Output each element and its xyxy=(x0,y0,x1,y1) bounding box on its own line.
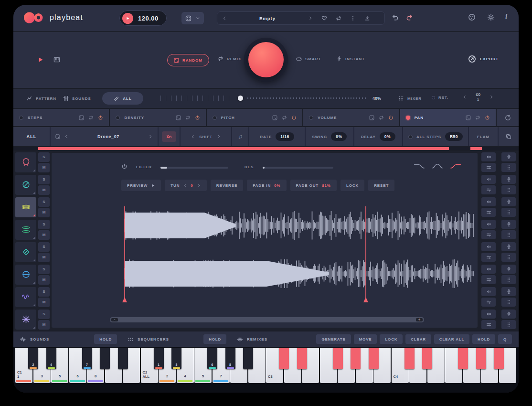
redo-button[interactable] xyxy=(406,14,413,21)
tune-value[interactable]: 0 xyxy=(191,183,193,188)
fade-in-button[interactable]: FADE IN 0% xyxy=(247,180,286,191)
lock-sample-button[interactable]: LOCK xyxy=(340,180,364,191)
power-icon[interactable] xyxy=(485,115,490,120)
amount-slider-thumb[interactable] xyxy=(238,96,243,101)
amount-slider-track[interactable] xyxy=(247,97,368,99)
track-mute-button[interactable]: M xyxy=(38,163,50,172)
waveform-scrollbar[interactable]: - + xyxy=(110,317,424,322)
export-button[interactable]: EXPORT xyxy=(468,55,499,63)
tune-up-button[interactable] xyxy=(197,183,201,188)
fade-out-button[interactable]: FADE OUT 81% xyxy=(290,180,337,191)
track-output-mute-button[interactable] xyxy=(481,265,496,274)
piano-black-key-remix[interactable] xyxy=(369,348,379,369)
track-sliders-button[interactable] xyxy=(481,320,496,329)
zoom-in-button[interactable]: + xyxy=(416,318,423,321)
random-amount-badge[interactable]: R50 xyxy=(445,132,463,141)
track-mute-button[interactable]: M xyxy=(38,185,50,195)
dice-icon[interactable] xyxy=(369,115,374,120)
track-grid-button[interactable] xyxy=(501,208,516,217)
pattern-length[interactable]: ∞ 1 xyxy=(476,92,480,102)
track-sliders-button[interactable] xyxy=(481,230,496,239)
track-snare-icon[interactable] xyxy=(15,175,36,195)
track-solo-button[interactable]: S xyxy=(38,175,50,184)
piano-black-key[interactable]: 4 xyxy=(46,348,56,369)
dice-icon[interactable] xyxy=(272,115,277,120)
track-closed-hihat-icon[interactable] xyxy=(15,197,36,217)
track-mute-button[interactable]: M xyxy=(38,208,50,217)
track-mute-button[interactable]: M xyxy=(38,230,50,240)
track-solo-button[interactable]: S xyxy=(38,310,50,319)
piano-black-key[interactable]: 6 xyxy=(207,348,217,369)
track-record-button[interactable] xyxy=(501,175,516,184)
piano-black-key-remix[interactable] xyxy=(458,348,468,369)
power-icon[interactable] xyxy=(98,115,103,120)
loop-icon[interactable] xyxy=(282,115,287,120)
trigger-pad[interactable] xyxy=(248,42,284,77)
tab-volume[interactable]: VOLUME xyxy=(303,109,399,126)
piano-black-key-remix[interactable] xyxy=(297,348,307,369)
move-button[interactable]: MOVE xyxy=(354,334,377,344)
preset-name[interactable]: Empty xyxy=(232,16,303,21)
res-slider[interactable] xyxy=(263,167,333,169)
piano-black-key[interactable]: 2 xyxy=(28,348,38,369)
dice-icon[interactable] xyxy=(466,115,471,120)
piano-black-key[interactable] xyxy=(100,348,110,369)
swing-value[interactable]: 0% xyxy=(331,132,347,141)
track-sliders-button[interactable] xyxy=(481,275,496,284)
track-sliders-button[interactable] xyxy=(481,253,496,262)
track-solo-button[interactable]: S xyxy=(38,220,50,229)
piano-black-key-remix[interactable] xyxy=(494,348,504,369)
sample-prev-button[interactable] xyxy=(64,134,69,139)
track-record-button[interactable] xyxy=(501,287,516,296)
track-record-button[interactable] xyxy=(501,310,516,319)
track-solo-button[interactable]: S xyxy=(38,197,50,207)
sample-name[interactable]: Drone_07 xyxy=(73,134,144,139)
track-solo-button[interactable]: S xyxy=(38,265,50,274)
all-tracks-button[interactable]: ALL xyxy=(102,92,143,105)
preview-button[interactable]: PREVIEW xyxy=(121,180,161,191)
track-crash-icon[interactable] xyxy=(15,310,36,330)
track-mute-button[interactable]: M xyxy=(38,320,50,330)
track-grid-button[interactable] xyxy=(501,163,516,172)
highpass-filter-icon[interactable] xyxy=(450,163,461,169)
tab-pitch[interactable]: PITCH xyxy=(207,109,302,126)
piano-black-key-remix[interactable] xyxy=(333,348,343,369)
power-icon[interactable] xyxy=(291,115,297,120)
track-record-button[interactable] xyxy=(501,265,516,274)
bpm-control[interactable]: 120.00 xyxy=(119,11,167,26)
settings-gear-icon[interactable] xyxy=(487,13,495,21)
track-output-mute-button[interactable] xyxy=(481,220,496,229)
track-grid-button[interactable] xyxy=(501,275,516,284)
shift-left-button[interactable] xyxy=(191,134,195,139)
track-sliders-button[interactable] xyxy=(481,298,496,307)
track-mute-button[interactable]: M xyxy=(38,253,50,262)
track-synth-icon[interactable] xyxy=(15,287,36,307)
track-grid-button[interactable] xyxy=(501,230,516,239)
track-record-button[interactable] xyxy=(501,242,516,251)
random-button[interactable]: RANDOM xyxy=(167,54,209,66)
piano-black-key[interactable]: 1 xyxy=(154,348,164,369)
track-record-button[interactable] xyxy=(501,220,516,229)
track-sliders-button[interactable] xyxy=(481,208,496,217)
remix-button[interactable]: REMIX xyxy=(218,56,241,62)
loop-icon[interactable] xyxy=(88,115,94,120)
reverse-button[interactable]: REVERSE xyxy=(211,180,244,191)
tab-pan[interactable]: PAN xyxy=(400,109,496,126)
piano-black-key[interactable]: 7 xyxy=(82,348,92,369)
all-steps-radio[interactable] xyxy=(408,135,413,139)
sequencers-section-label[interactable]: SEQUENCERS xyxy=(128,336,169,342)
pattern-view-button[interactable]: PATTERN xyxy=(27,96,56,101)
sounds-view-button[interactable]: SOUNDS xyxy=(63,96,91,101)
hold-button[interactable]: HOLD xyxy=(472,334,495,344)
track-scope-all[interactable]: ALL xyxy=(13,127,51,146)
track-grid-button[interactable] xyxy=(501,298,516,307)
piano-black-key[interactable] xyxy=(118,348,128,369)
filter-power-icon[interactable] xyxy=(121,163,128,170)
piano-black-key-remix[interactable] xyxy=(279,348,289,369)
bpm-value[interactable]: 120.00 xyxy=(138,15,159,22)
track-mute-button[interactable]: M xyxy=(38,275,50,285)
page-prev-button[interactable] xyxy=(462,95,467,99)
clear-button[interactable]: CLEAR xyxy=(405,334,431,344)
track-solo-button[interactable]: S xyxy=(38,152,50,162)
reset-sample-button[interactable]: RESET xyxy=(368,180,394,191)
